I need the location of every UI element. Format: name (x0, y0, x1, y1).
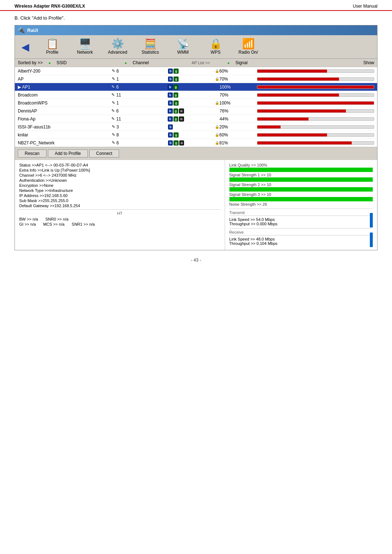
ap-channel: ✎8 (112, 132, 168, 138)
table-row[interactable]: BroadcomWPS✎1bg🔒100% (15, 99, 377, 107)
ap-channel: ✎3 (112, 124, 168, 130)
page-footer: - 43 - (0, 250, 392, 270)
lock-icon: 🔒 (215, 133, 219, 137)
status-rows: Status >> AP1 <--> 00-03-7F-00-D7-A4Extr… (19, 163, 220, 208)
ap-table: AlbertY-200✎6bg🔒60%AP✎1bg🔒70%▶ AP1✎6bg10… (15, 67, 377, 147)
table-row[interactable]: Broadcom✎11bg70% (15, 91, 377, 99)
ap-list-body: Sorted by >> ● SSID ● Channel AP List >>… (15, 59, 377, 250)
tab-radio-label: Radio On/ (238, 50, 258, 55)
receive-throughput: Throughput >> 0.104 Mbps (229, 241, 373, 246)
wmm-icon: 📡 (177, 39, 189, 49)
ap-modes: b (168, 124, 215, 130)
status-label: Channel >> (19, 173, 40, 177)
table-row[interactable]: AlbertY-200✎6bg🔒60% (15, 67, 377, 75)
tab-advanced[interactable]: ⚙️ Advanced (105, 37, 130, 56)
ap-name: DennisAP (18, 108, 111, 114)
ap-name: ▶ AP1 (18, 85, 111, 90)
ap-modes: bg (168, 69, 215, 74)
status-label: Status >> (19, 163, 36, 167)
status-value: AP1 <--> 00-03-7F-00-D7-A4 (36, 163, 88, 167)
advanced-icon: ⚙️ (111, 39, 124, 49)
table-row[interactable]: ▶ AP1✎6bg100% (15, 83, 377, 91)
ht-title: HT (19, 211, 220, 216)
tab-network-label: Network (77, 50, 93, 55)
status-row: Sub Mask >> 255.255.255.0 (19, 198, 220, 203)
tab-profile-label: Profile (46, 50, 58, 55)
ap-modes: bgn (168, 140, 215, 145)
profile-icon: 📋 (46, 39, 59, 49)
ap-signal-bar (257, 109, 374, 113)
lock-icon: 🔒 (215, 141, 219, 145)
ap-signal-pct: 44% (220, 116, 257, 122)
status-value: 192.168.5.60 (44, 193, 68, 198)
statistics-icon: 🧮 (144, 39, 157, 49)
ap-channel: ✎11 (111, 93, 168, 98)
manual-label: User Manual (353, 4, 377, 9)
status-label: IP Address >> (19, 193, 44, 198)
connect-button[interactable]: Connect (89, 149, 119, 157)
ap-channel: ✎6 (112, 140, 168, 145)
wps-icon: 🔒 (209, 39, 222, 49)
table-row[interactable]: Fiona-Ap✎11bgn44% (15, 115, 377, 123)
ap-channel: ✎1 (112, 100, 168, 106)
tab-wmm[interactable]: 📡 WMM (170, 37, 196, 56)
status-left: Status >> AP1 <--> 00-03-7F-00-D7-A4Extr… (15, 160, 225, 250)
signal2-label: Signal Strength 2 >> 10 (229, 182, 373, 187)
signal1-label: Signal Strength 1 >> 10 (229, 173, 373, 177)
ap-signal-pct: 70% (219, 77, 257, 82)
page-header: Wireless Adapter RNX-G300EX/LX User Manu… (0, 0, 392, 11)
table-row[interactable]: ISSI-3F-asus11b✎3b🔒20% (15, 123, 377, 131)
signal1-bar (229, 177, 373, 182)
ap-modes: bg (168, 93, 215, 98)
status-right: Link Quality >> 100% Signal Strength 1 >… (225, 160, 377, 250)
lock-icon: 🔒 (215, 69, 219, 73)
lock-icon: 🔒 (215, 77, 219, 81)
window-title: RaUI (27, 28, 38, 33)
ap-modes: bgn (168, 108, 215, 114)
status-value: Infrastructure (49, 188, 73, 193)
col-channel-label: Channel (133, 60, 174, 65)
transmit-graph-bar (370, 213, 373, 227)
status-label: Extra Info >> (19, 168, 42, 172)
table-row[interactable]: NB27-PC_Network✎6bgn🔒81% (15, 139, 377, 147)
rescan-button[interactable]: Rescan (18, 149, 46, 157)
ap-signal-bar (257, 93, 374, 97)
tab-radio[interactable]: 📶 Radio On/ (236, 37, 261, 56)
table-row[interactable]: knilar✎8bg🔒60% (15, 131, 377, 139)
tab-network[interactable]: 🖥️ Network (72, 37, 98, 56)
ht-fields: BW >> n/a SNR0 >> n/a (19, 217, 220, 221)
ap-modes: bg (168, 100, 215, 106)
link-quality-label: Link Quality >> 100% (229, 163, 373, 167)
back-button[interactable]: ◀ (19, 40, 32, 54)
ap-signal-pct: 76% (220, 108, 257, 114)
status-row: Default Gateway >> 192.168.5.254 (19, 204, 220, 208)
table-row[interactable]: AP✎1bg🔒70% (15, 75, 377, 83)
status-row: Network Type >> Infrastructure (19, 188, 220, 193)
add-to-profile-button[interactable]: Add to Profile (48, 149, 88, 157)
toolbar: ◀ 📋 Profile 🖥️ Network ⚙️ Advanced 🧮 Sta… (15, 35, 377, 59)
receive-title: Receive (229, 230, 373, 234)
status-label: Authentication >> (19, 178, 50, 182)
ap-signal-bar (257, 133, 374, 137)
status-area: Status >> AP1 <--> 00-03-7F-00-D7-A4Extr… (15, 160, 377, 250)
ap-signal-pct: 60% (219, 132, 257, 138)
lock-icon: 🔒 (215, 125, 219, 129)
ap-channel: ✎1 (112, 77, 168, 82)
ap-signal-pct: 100% (220, 85, 257, 90)
ap-modes: bgn (168, 116, 215, 122)
col-signal-label: Signal (235, 60, 269, 65)
tab-wps[interactable]: 🔒 WPS (203, 37, 228, 56)
ap-list-label: AP List >> (180, 61, 221, 65)
status-row: Status >> AP1 <--> 00-03-7F-00-D7-A4 (19, 163, 220, 167)
ht-section: HT BW >> n/a SNR0 >> n/a GI >> n/a MCS >… (19, 209, 220, 226)
table-row[interactable]: DennisAP✎6bgn76% (15, 107, 377, 115)
tab-profile[interactable]: 📋 Profile (40, 37, 65, 56)
signal2-bar (229, 187, 373, 192)
sorted-by-label: Sorted by >> (18, 60, 43, 65)
tab-wmm-label: WMM (177, 50, 188, 55)
status-label: Sub Mask >> (19, 198, 43, 203)
ap-name: BroadcomWPS (18, 100, 112, 106)
ht-gi: GI >> n/a (19, 222, 36, 226)
status-row: Encryption >> None (19, 183, 220, 188)
tab-statistics[interactable]: 🧮 Statistics (138, 37, 163, 56)
